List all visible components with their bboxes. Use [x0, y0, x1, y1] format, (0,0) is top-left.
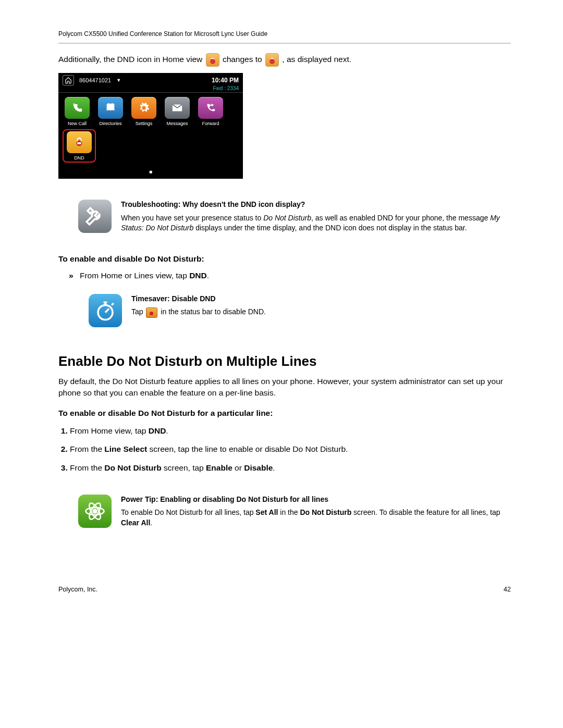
step-text: From Home view, tap [70, 426, 149, 435]
step-3: From the Do Not Disturb screen, tap Enab… [70, 462, 511, 474]
timesaver-callout: Timesaver: Disable DND Tap in the status… [89, 294, 511, 327]
step-bold: DND [149, 426, 166, 435]
enable-line-bold: DND [189, 271, 207, 280]
tile-label: Settings [129, 121, 158, 126]
section-paragraph: By default, the Do Not Disturb feature a… [58, 376, 511, 399]
header-rule [58, 43, 511, 44]
powertip-bold: Set All [255, 508, 278, 516]
troubleshooting-title: Troubleshooting: Why doesn't the DND ico… [121, 200, 511, 210]
powertip-text: in the [278, 508, 300, 516]
powertip-bold: Do Not Disturb [300, 508, 351, 516]
intro-paragraph: Additionally, the DND icon in Home view … [58, 53, 511, 67]
tile-new-call: New Call [63, 97, 92, 126]
step-text: . [166, 426, 168, 435]
powertip-callout: Power Tip: Enabling or disabling Do Not … [78, 495, 511, 528]
tile-label: Messages [163, 121, 192, 126]
enable-line-pre: From Home or Lines view, tap [80, 271, 189, 280]
powertip-title: Power Tip: Enabling or disabling Do Not … [121, 495, 511, 505]
step-bold: Enable [206, 463, 232, 472]
svg-point-3 [93, 509, 97, 513]
step-text: From the [70, 445, 104, 453]
step-text: or [232, 463, 244, 472]
page-indicator: ■ [58, 168, 243, 179]
header-text: Polycom CX5500 Unified Conference Statio… [58, 30, 511, 38]
page-footer: Polycom, Inc. 42 [58, 586, 511, 593]
fwd-status: Fwd : 2334 [58, 85, 243, 92]
enable-step: » From Home or Lines view, tap DND. [69, 271, 511, 280]
step-text: From the [70, 463, 104, 472]
timesaver-title: Timesaver: Disable DND [131, 294, 266, 304]
dnd-icon-after [265, 53, 279, 67]
clock-time: 10:40 PM [212, 77, 239, 84]
home-icon [63, 75, 74, 85]
dropdown-caret-icon: ▼ [116, 78, 121, 83]
tile-label: New Call [63, 121, 92, 126]
powertip-text: To enable Do Not Disturb for all lines, … [121, 508, 255, 516]
phone-statusbar: 8604471021 ▼ 10:40 PM [58, 73, 243, 87]
trouble-italic-1: Do Not Disturb [263, 214, 311, 222]
extension-number: 8604471021 [79, 77, 111, 83]
step-bold: Disable [244, 463, 273, 472]
tile-directories: Directories [96, 97, 125, 126]
tools-icon [78, 200, 112, 233]
book-icon [98, 97, 123, 119]
app-grid: New Call Directories Settings [58, 93, 243, 168]
timesaver-post: in the status bar to disable DND. [158, 307, 265, 316]
phone-icon [65, 97, 90, 119]
bullet-marker: » [69, 271, 74, 280]
tile-messages: Messages [163, 97, 192, 126]
enable-line-post: . [207, 271, 209, 280]
footer-page: 42 [504, 586, 511, 593]
step-1: From Home view, tap DND. [70, 425, 511, 437]
tile-label: Directories [96, 121, 125, 126]
dnd-icon-before [206, 53, 219, 67]
stopwatch-icon [89, 294, 122, 327]
tile-label: Forward [196, 121, 225, 126]
dnd-status-icon [146, 307, 157, 318]
phone-screenshot: 8604471021 ▼ 10:40 PM Fwd : 2334 New Cal… [58, 73, 243, 179]
step-bold: Line Select [104, 445, 147, 453]
tile-forward: Forward [196, 97, 225, 126]
intro-part3: , as displayed next. [282, 55, 351, 64]
section-heading: Enable Do Not Disturb on Multiple Lines [58, 353, 511, 369]
atom-icon [78, 495, 112, 528]
intro-part1: Additionally, the DND icon in Home view [58, 55, 205, 64]
envelope-icon [165, 97, 190, 119]
trouble-text-2: , as well as enabled DND for your phone,… [311, 214, 490, 222]
intro-part2: changes to [223, 55, 264, 64]
trouble-text-3: displays under the time display, and the… [193, 224, 467, 232]
svg-rect-1 [77, 142, 81, 144]
steps-heading: To enable or disable Do Not Disturb for … [58, 409, 511, 418]
gear-icon [131, 97, 156, 119]
enable-heading: To enable and disable Do Not Disturb: [58, 254, 511, 264]
steps-list: From Home view, tap DND. From the Line S… [58, 425, 511, 474]
dnd-tile-icon [67, 131, 92, 153]
step-text: screen, tap the line to enable or disabl… [147, 445, 348, 453]
tile-label: DND [65, 155, 94, 161]
footer-company: Polycom, Inc. [58, 586, 97, 593]
step-2: From the Line Select screen, tap the lin… [70, 443, 511, 455]
tile-settings: Settings [129, 97, 158, 126]
powertip-text: . [150, 519, 152, 527]
timesaver-pre: Tap [131, 307, 145, 316]
step-bold: Do Not Disturb [104, 463, 161, 472]
powertip-text: screen. To disable the feature for all l… [351, 508, 500, 516]
trouble-text-1: When you have set your presence status t… [121, 214, 263, 222]
step-text: . [273, 463, 275, 472]
step-text: screen, tap [162, 463, 206, 472]
tile-dnd-selected: DND [63, 129, 96, 163]
troubleshooting-callout: Troubleshooting: Why doesn't the DND ico… [78, 200, 511, 233]
powertip-bold: Clear All [121, 519, 150, 527]
forward-icon [198, 97, 223, 119]
